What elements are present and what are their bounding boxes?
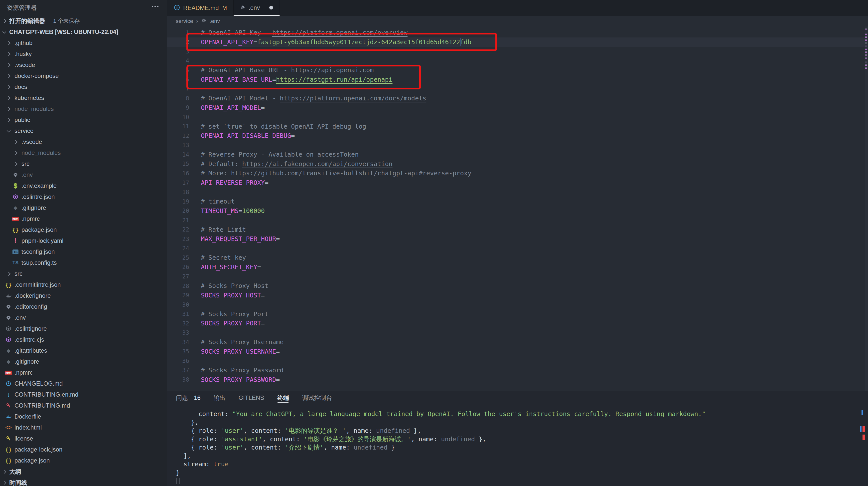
open-editors-header[interactable]: 打开的编辑器 1 个未保存 [0, 16, 167, 26]
terminal[interactable]: content: "You are ChatGPT, a large langu… [167, 410, 868, 486]
editor-line: 19# timeout [167, 197, 865, 206]
line-number: 7 [167, 86, 189, 92]
tree-item[interactable]: license [0, 433, 167, 444]
panel-tab-终端[interactable]: 终端 [277, 391, 289, 404]
tree-item[interactable]: node_modules [0, 147, 167, 158]
line-number: 10 [167, 114, 189, 120]
tree-item[interactable]: {}.commitlintrc.json [0, 279, 167, 290]
outline-label: 大纲 [9, 468, 21, 476]
tree-item[interactable]: src [0, 268, 167, 279]
tree-item[interactable]: {}package.json [0, 455, 167, 466]
terminal-line [176, 477, 868, 485]
more-actions-icon[interactable] [152, 6, 158, 7]
chevron-right-icon [2, 19, 6, 23]
tree-item[interactable]: .eslintignore [0, 323, 167, 334]
panel-tab-输出[interactable]: 输出 [214, 391, 226, 404]
chevron-right-icon [4, 86, 13, 88]
tab-label: README.md [183, 4, 219, 11]
dirty-dot-icon[interactable] [269, 6, 273, 9]
line-number: 4 [167, 57, 189, 64]
tree-item[interactable]: TStsup.config.ts [0, 257, 167, 268]
tree-item[interactable]: Dockerfile [0, 411, 167, 422]
breadcrumb-item-service[interactable]: service [176, 18, 193, 25]
tree-item[interactable]: .github [0, 37, 167, 49]
tree-item-label: .vscode [14, 61, 35, 68]
tree-item[interactable]: .dockerignore [0, 290, 167, 301]
panel-tab-label: 问题 [176, 394, 188, 402]
chevron-right-icon [4, 75, 13, 78]
editor-line: 28# Socks Proxy Host [167, 281, 865, 291]
line-number: 2 [167, 39, 189, 45]
tree-item[interactable]: .eslintrc.json [0, 191, 167, 202]
tree-item-label: CONTRIBUTING.en.md [14, 391, 79, 398]
dollar-file-icon: $ [11, 182, 20, 190]
tree-item[interactable]: .vscode [0, 59, 167, 70]
tree-item[interactable]: .vscode [0, 136, 167, 147]
tree-item[interactable]: .husky [0, 49, 167, 59]
tree-item-label: public [14, 116, 30, 123]
unsaved-badge: 1 个未保存 [53, 17, 80, 25]
tree-item[interactable]: service [0, 125, 167, 136]
gear-file-icon [11, 172, 20, 177]
tree-item-label: .gitattributes [14, 347, 47, 354]
tree-item-label: .env [14, 314, 26, 321]
dockerblue-file-icon [4, 413, 13, 420]
tree-item[interactable]: docker-compose [0, 70, 167, 81]
tree-item[interactable]: public [0, 114, 167, 125]
tree-item[interactable]: src [0, 158, 167, 169]
tree-item[interactable]: ◆.gitignore [0, 356, 167, 367]
editor-line: 26AUTH_SECRET_KEY= [167, 262, 865, 272]
tree-item[interactable]: .env [0, 312, 167, 323]
tree-item[interactable]: $.env.example [0, 180, 167, 191]
line-number: 29 [167, 292, 189, 298]
code-editor[interactable]: 1# OpenAI API Key - https://platform.ope… [167, 26, 868, 391]
outline-section-header[interactable]: 大纲 [0, 466, 167, 477]
line-number: 28 [167, 283, 189, 289]
tree-item[interactable]: kubernetes [0, 92, 167, 104]
tree-item[interactable]: CONTRIBUTING.md [0, 400, 167, 411]
tree-item[interactable]: .editorconfig [0, 301, 167, 312]
line-number: 21 [167, 217, 189, 224]
open-editors-label: 打开的编辑器 [9, 17, 45, 25]
tst-file-icon: TS [11, 260, 20, 265]
tab-label: .env [249, 4, 260, 11]
tree-item[interactable]: {}package-lock.json [0, 444, 167, 455]
panel-tab-调试控制台[interactable]: 调试控制台 [302, 391, 332, 404]
tree-item[interactable]: ◆.gitignore [0, 202, 167, 213]
panel-tab-问题[interactable]: 问题16 [176, 391, 200, 404]
tree-item[interactable]: {}package.json [0, 224, 167, 235]
tree-item[interactable]: node_modules [0, 104, 167, 114]
minimap[interactable] [865, 26, 868, 391]
tree-item[interactable]: ↓CONTRIBUTING.en.md [0, 389, 167, 400]
tree-item[interactable]: .env [0, 169, 167, 180]
tsb-file-icon: TS [11, 250, 20, 254]
tree-item-label: index.html [14, 424, 42, 431]
tree-item[interactable]: TStsconfig.json [0, 246, 167, 257]
tab-readme[interactable]: README.md M [167, 0, 234, 16]
tree-item-label: .npmrc [14, 369, 33, 376]
breadcrumb-item-env[interactable]: .env [210, 18, 220, 25]
line-number: 24 [167, 245, 189, 252]
line-number: 23 [167, 236, 189, 242]
line-number: 27 [167, 273, 189, 280]
tree-item[interactable]: docs [0, 81, 167, 92]
tree-item[interactable]: CHANGELOG.md [0, 378, 167, 389]
panel-tab-GITLENS[interactable]: GITLENS [239, 391, 264, 404]
tab-env[interactable]: .env [234, 0, 280, 16]
workspace-header[interactable]: CHATGPT-WEB [WSL: UBUNTU-22.04] [0, 26, 167, 37]
braces-file-icon: {} [4, 458, 13, 464]
tree-item[interactable]: npm.npmrc [0, 367, 167, 378]
tree-item[interactable]: !pnpm-lock.yaml [0, 235, 167, 246]
tree-item[interactable]: <>index.html [0, 422, 167, 433]
git-file-icon: ◆ [4, 359, 13, 365]
tree-item-label: .editorconfig [14, 303, 47, 310]
breadcrumb: service › .env [167, 16, 868, 26]
timeline-label: 时间线 [9, 479, 27, 486]
tree-item[interactable]: ◆.gitattributes [0, 345, 167, 356]
editor-line: 7 [167, 84, 865, 94]
tree-item[interactable]: npm.npmrc [0, 213, 167, 224]
tree-item[interactable]: .eslintrc.cjs [0, 334, 167, 345]
chevron-right-icon [4, 53, 13, 55]
timeline-section-header[interactable]: 时间线 [0, 477, 167, 486]
git-modified-mark: M [222, 5, 227, 11]
